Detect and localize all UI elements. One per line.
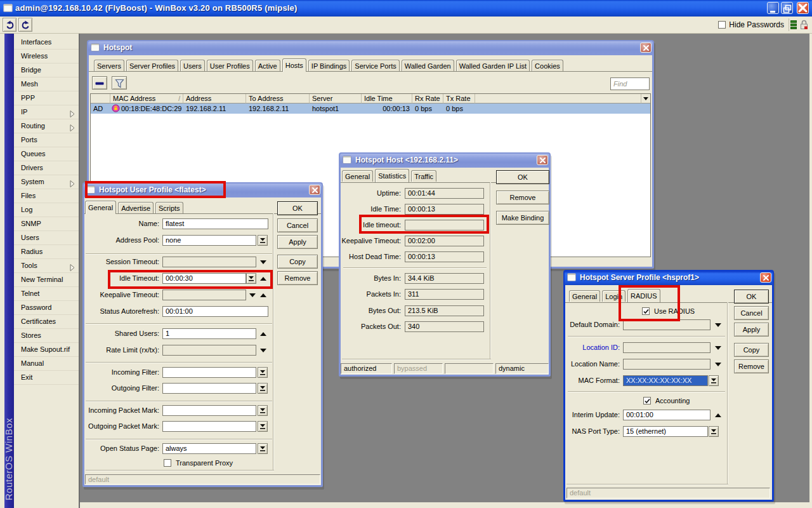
transparent-proxy-checkbox[interactable] (164, 459, 171, 467)
sidebar-item-users[interactable]: Users (14, 231, 79, 245)
outgoing-filter-input[interactable] (162, 383, 256, 394)
server-profile-ok-button[interactable]: OK (734, 290, 769, 304)
sidebar-item-radius[interactable]: Radius (14, 245, 79, 259)
app-titlebar[interactable]: admin@192.168.10.42 (FlyBoost) - WinBox … (0, 0, 812, 17)
column-header-to-address[interactable]: To Address (246, 94, 310, 104)
server-profile-titlebar[interactable]: Hotspot Server Profile <hsprof1> (565, 271, 773, 285)
incoming-filter-drop-icon[interactable] (258, 367, 268, 378)
hotspot-tab-active[interactable]: Active (255, 60, 280, 71)
user-profile-cancel-button[interactable]: Cancel (277, 218, 318, 232)
rate-limit-input[interactable] (162, 345, 256, 356)
location-id-input[interactable] (623, 342, 710, 353)
sidebar-item-certificates[interactable]: Certificates (14, 315, 79, 329)
server-profile-copy-button[interactable]: Copy (734, 343, 769, 357)
interim-update-up-icon[interactable] (715, 413, 721, 417)
nas-port-type-input[interactable]: 15 (ethernet) (623, 426, 708, 437)
nas-port-type-drop-icon[interactable] (709, 426, 719, 437)
user-profile-tab-general[interactable]: General (85, 201, 116, 214)
server-profile-apply-button[interactable]: Apply (734, 323, 769, 337)
shared-users-input[interactable]: 1 (162, 328, 256, 339)
incoming-packet-mark-input[interactable] (162, 405, 256, 416)
hotspot-tab-cookies[interactable]: Cookies (532, 60, 563, 71)
sidebar-item-stores[interactable]: Stores (14, 329, 79, 343)
mac-format-input[interactable]: XX:XX:XX:XX:XX:XX (623, 375, 708, 386)
host-make-binding-button[interactable]: Make Binding (496, 211, 549, 225)
incoming-packet-mark-drop-icon[interactable] (258, 405, 268, 416)
rate-limit-down-icon[interactable] (260, 349, 266, 352)
user-profile-tab-advertise[interactable]: Advertise (118, 202, 154, 213)
user-profile-remove-button[interactable]: Remove (277, 271, 318, 285)
open-status-page-drop-icon[interactable] (258, 443, 268, 454)
maximize-button[interactable] (781, 2, 793, 14)
host-tab-general[interactable]: General (342, 170, 373, 182)
sidebar-item-telnet[interactable]: Telnet (14, 287, 79, 301)
address-pool-input[interactable]: none (162, 235, 256, 246)
column-header-flags[interactable] (91, 94, 110, 104)
location-id-down-icon[interactable] (715, 346, 721, 350)
hide-passwords-checkbox[interactable] (718, 21, 726, 29)
open-status-page-input[interactable]: always (162, 443, 256, 454)
sidebar-item-files[interactable]: Files (14, 189, 79, 203)
sidebar-item-queues[interactable]: Queues (14, 147, 79, 161)
find-input[interactable]: Find (610, 77, 650, 90)
sidebar-item-tools[interactable]: Tools (14, 259, 79, 273)
sidebar-item-make-supoutrif[interactable]: Make Supout.rif (14, 343, 79, 357)
sidebar-item-ip[interactable]: IP (14, 105, 79, 119)
server-profile-remove-button[interactable]: Remove (734, 359, 769, 373)
location-name-input[interactable] (623, 359, 710, 370)
shared-users-up-icon[interactable] (260, 332, 266, 336)
column-header-address[interactable]: Address (183, 94, 246, 104)
hotspot-tab-servers[interactable]: Servers (94, 60, 124, 71)
hotspot-tab-walled-garden-ip-list[interactable]: Walled Garden IP List (456, 60, 530, 71)
hotspot-tab-hosts[interactable]: Hosts (282, 58, 306, 72)
redo-button[interactable] (18, 18, 32, 32)
location-name-down-icon[interactable] (715, 363, 721, 366)
filter-button[interactable] (112, 76, 127, 90)
column-header-mac-address[interactable]: MAC Address/ (110, 94, 183, 104)
hotspot-tab-ip-bindings[interactable]: IP Bindings (308, 60, 350, 71)
keepalive-timeout-up-icon[interactable] (260, 293, 266, 297)
hotspot-tab-users[interactable]: Users (180, 60, 205, 71)
sidebar-item-snmp[interactable]: SNMP (14, 217, 79, 231)
hotspot-tab-server-profiles[interactable]: Server Profiles (126, 60, 178, 71)
sidebar-item-drivers[interactable]: Drivers (14, 161, 79, 175)
status-autorefresh-input[interactable]: 00:01:00 (162, 306, 268, 317)
hotspot-tab-user-profiles[interactable]: User Profiles (207, 60, 253, 71)
sidebar-item-manual[interactable]: Manual (14, 357, 79, 371)
default-domain-down-icon[interactable] (715, 323, 721, 327)
user-profile-close-button[interactable] (309, 185, 320, 195)
sidebar-item-wireless[interactable]: Wireless (14, 50, 79, 64)
column-header-idle-time[interactable]: Idle Time (362, 94, 412, 104)
sidebar-item-new-terminal[interactable]: New Terminal (14, 273, 79, 287)
outgoing-packet-mark-drop-icon[interactable] (258, 421, 268, 432)
keepalive-timeout-down-icon[interactable] (249, 293, 256, 297)
session-timeout-input[interactable] (162, 257, 256, 267)
sidebar-item-interfaces[interactable]: Interfaces (14, 36, 79, 50)
session-timeout-down-icon[interactable] (260, 260, 266, 264)
hotspot-close-button[interactable] (640, 43, 652, 53)
outgoing-packet-mark-input[interactable] (162, 421, 256, 432)
column-select-button[interactable] (641, 94, 650, 104)
hotspot-titlebar[interactable]: Hotspot (88, 41, 653, 55)
accounting-checkbox[interactable] (643, 397, 651, 404)
user-profile-copy-button[interactable]: Copy (277, 255, 318, 269)
sidebar-item-ports[interactable]: Ports (14, 133, 79, 147)
user-profile-tab-scripts[interactable]: Scripts (155, 202, 183, 213)
incoming-filter-input[interactable] (162, 367, 256, 378)
hotspot-tab-walled-garden[interactable]: Walled Garden (402, 60, 454, 71)
column-header-tx-rate[interactable]: Tx Rate (443, 94, 475, 104)
user-profile-ok-button[interactable]: OK (277, 201, 318, 215)
close-button[interactable] (797, 2, 809, 14)
keepalive-timeout-input[interactable] (162, 290, 246, 300)
sidebar-item-log[interactable]: Log (14, 203, 79, 217)
sidebar-item-ppp[interactable]: PPP (14, 91, 79, 105)
mac-format-drop-icon[interactable] (709, 375, 719, 386)
name-input[interactable]: flatest (162, 218, 268, 229)
sidebar-item-mesh[interactable]: Mesh (14, 77, 79, 91)
sidebar-item-routing[interactable]: Routing (14, 119, 79, 133)
address-pool-drop-icon[interactable] (258, 235, 268, 246)
host-ok-button[interactable]: OK (496, 170, 549, 184)
server-profile-close-button[interactable] (760, 272, 771, 283)
sidebar-item-bridge[interactable]: Bridge (14, 64, 79, 77)
sidebar-item-exit[interactable]: Exit (14, 371, 79, 385)
